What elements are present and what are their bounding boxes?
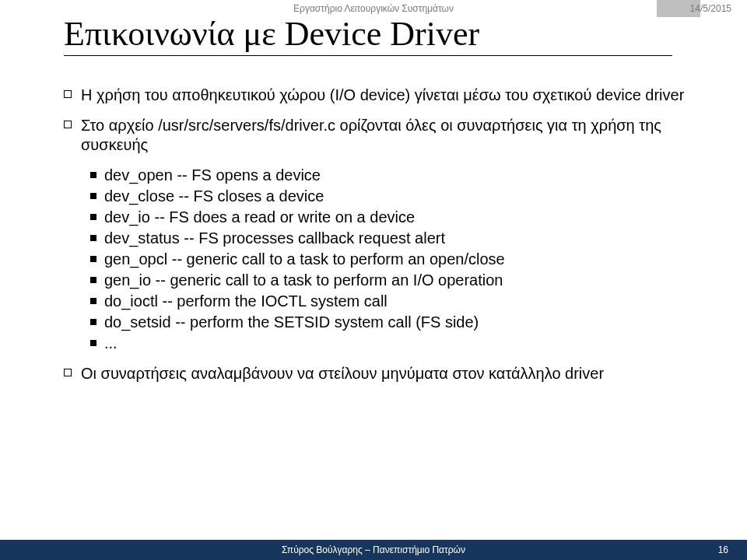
bullet-2: Στο αρχείο /usr/src/servers/fs/driver.c … — [64, 116, 686, 155]
bullet-filled-square-icon — [90, 166, 104, 185]
bullet-3-text: Οι συναρτήσεις αναλαμβάνουν να στείλουν … — [81, 364, 686, 383]
sub-bullet-text: do_ioctl -- perform the IOCTL system cal… — [104, 292, 686, 311]
footer-author: Σπύρος Βούλγαρης – Πανεπιστήμιο Πατρών — [282, 544, 465, 555]
header-date: 14/5/2015 — [690, 3, 731, 14]
sub-bullet-text: dev_io -- FS does a read or write on a d… — [104, 208, 686, 227]
bullet-filled-square-icon — [90, 250, 104, 269]
sub-bullet-text: gen_opcl -- generic call to a task to pe… — [104, 250, 686, 269]
title-underline — [64, 55, 672, 56]
sub-bullet-text: do_setsid -- perform the SETSID system c… — [104, 313, 686, 332]
sub-bullet: gen_io -- generic call to a task to perf… — [90, 271, 686, 290]
bullet-3: Οι συναρτήσεις αναλαμβάνουν να στείλουν … — [64, 364, 686, 383]
bullet-1-text: Η χρήση του αποθηκευτικού χώρου (I/O dev… — [81, 86, 686, 105]
sub-bullet: dev_io -- FS does a read or write on a d… — [90, 208, 686, 227]
sub-bullet: dev_open -- FS opens a device — [90, 166, 686, 185]
sub-bullet: dev_close -- FS closes a device — [90, 187, 686, 206]
bullet-open-square-icon — [64, 86, 81, 105]
page-number: 16 — [718, 544, 728, 555]
bullet-filled-square-icon — [90, 229, 104, 248]
header-lab-name: Εργαστήριο Λειτουργικών Συστημάτων — [293, 3, 454, 14]
sub-bullet-text: dev_open -- FS opens a device — [104, 166, 686, 185]
bullet-2-text: Στο αρχείο /usr/src/servers/fs/driver.c … — [81, 116, 686, 155]
bullet-open-square-icon — [64, 116, 81, 155]
bullet-filled-square-icon — [90, 208, 104, 227]
page-title: Επικοινωνία με Device Driver — [64, 14, 672, 54]
sub-bullet-text: dev_status -- FS processes callback requ… — [104, 229, 686, 248]
sub-bullet-text: dev_close -- FS closes a device — [104, 187, 686, 206]
sub-bullet: do_setsid -- perform the SETSID system c… — [90, 313, 686, 332]
bullet-filled-square-icon — [90, 334, 104, 353]
slide: Εργαστήριο Λειτουργικών Συστημάτων 14/5/… — [0, 0, 747, 560]
content: Η χρήση του αποθηκευτικού χώρου (I/O dev… — [64, 86, 686, 394]
footer: Σπύρος Βούλγαρης – Πανεπιστήμιο Πατρών 1… — [0, 540, 747, 560]
bullet-filled-square-icon — [90, 292, 104, 311]
bullet-1: Η χρήση του αποθηκευτικού χώρου (I/O dev… — [64, 86, 686, 105]
sub-bullet: do_ioctl -- perform the IOCTL system cal… — [90, 292, 686, 311]
bullet-filled-square-icon — [90, 313, 104, 332]
sub-bullet-text: gen_io -- generic call to a task to perf… — [104, 271, 686, 290]
bullet-open-square-icon — [64, 364, 81, 383]
title-block: Επικοινωνία με Device Driver — [64, 14, 672, 56]
sub-bullet-text: ... — [104, 334, 686, 353]
bullet-filled-square-icon — [90, 271, 104, 290]
bullet-filled-square-icon — [90, 187, 104, 206]
sub-bullet: dev_status -- FS processes callback requ… — [90, 229, 686, 248]
sub-bullet: gen_opcl -- generic call to a task to pe… — [90, 250, 686, 269]
sub-bullet: ... — [90, 334, 686, 353]
